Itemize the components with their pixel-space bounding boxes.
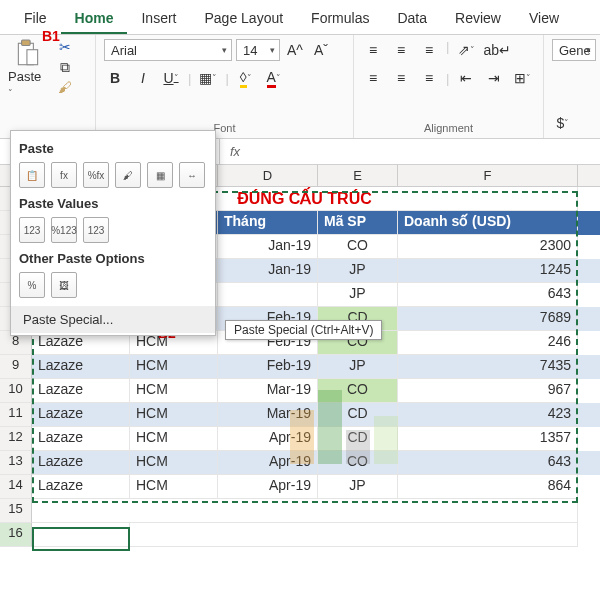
paste-formulas-numfmt-icon[interactable]: %fx [83,162,109,188]
number-format-select[interactable]: Gene [552,39,596,61]
paste-values-icon[interactable]: 123 [19,217,45,243]
increase-indent-icon[interactable]: ⇥ [483,67,505,89]
fx-icon[interactable]: fx [220,144,250,159]
callout-b1: B1 [42,28,60,44]
row-header[interactable]: 11 [0,403,32,427]
paste-menu-h1: Paste [19,141,207,156]
col-header-e[interactable]: E [318,165,398,186]
paste-formatting-icon[interactable]: % [19,272,45,298]
tab-home[interactable]: Home [61,4,128,34]
underline-button[interactable]: U [160,67,182,89]
merge-button[interactable]: ⊞ [511,67,533,89]
font-color-button[interactable]: A [263,67,285,89]
tab-data[interactable]: Data [383,4,441,34]
paste-values-source-icon[interactable]: 123 [83,217,109,243]
orientation-icon[interactable]: ⇗ [455,39,477,61]
tab-page-layout[interactable]: Page Layout [190,4,297,34]
align-right-icon[interactable]: ≡ [418,67,440,89]
borders-button[interactable]: ▦ [197,67,219,89]
group-align-label: Alignment [362,122,535,134]
ribbon: Paste ✂ ⧉ 🖌 Arial 14 A^ Aˇ B I U | ▦ [0,35,600,139]
group-font: Arial 14 A^ Aˇ B I U | ▦ | ◊ A Font [96,35,354,138]
row-header[interactable]: 9 [0,355,32,379]
font-size-select[interactable]: 14 [236,39,280,61]
format-painter-icon[interactable]: 🖌 [57,79,73,95]
italic-button[interactable]: I [132,67,154,89]
paste-dropdown-menu: Paste 📋 fx %fx 🖌 ▦ ↔ Paste Values 123 %1… [10,130,216,336]
col-header-d[interactable]: D [218,165,318,186]
tab-view[interactable]: View [515,4,573,34]
group-alignment: ≡ ≡ ≡ | ⇗ ab↵ ≡ ≡ ≡ | ⇤ ⇥ ⊞ Alignment [354,35,544,138]
table-row[interactable]: 14LazazeHCMApr-19JP864 [0,475,600,499]
tab-review[interactable]: Review [441,4,515,34]
header-f: Doanh số (USD) [398,211,578,235]
paste-menu-h3: Other Paste Options [19,251,207,266]
svg-rect-1 [22,40,31,45]
paste-formulas-icon[interactable]: fx [51,162,77,188]
watermark-icon [290,390,398,464]
paste-special-item[interactable]: Paste Special... [11,306,215,333]
currency-icon[interactable]: $ [552,112,574,134]
row-header[interactable]: 16 [0,523,32,547]
svg-rect-2 [27,50,38,65]
align-top-icon[interactable]: ≡ [362,39,384,61]
paste-button[interactable]: Paste [8,39,48,99]
decrease-indent-icon[interactable]: ⇤ [455,67,477,89]
paste-special-tooltip: Paste Special (Ctrl+Alt+V) [225,320,382,340]
header-e: Mã SP [318,211,398,235]
group-clipboard: Paste ✂ ⧉ 🖌 [0,35,96,138]
paste-keep-source-icon[interactable]: 🖌 [115,162,141,188]
paste-link-icon[interactable]: 🖼 [51,272,77,298]
align-bottom-icon[interactable]: ≡ [418,39,440,61]
group-number: Gene $ [544,35,594,138]
bold-button[interactable]: B [104,67,126,89]
increase-font-icon[interactable]: A^ [284,39,306,61]
tab-formulas[interactable]: Formulas [297,4,383,34]
fill-color-button[interactable]: ◊ [235,67,257,89]
paste-values-numfmt-icon[interactable]: %123 [51,217,77,243]
align-left-icon[interactable]: ≡ [362,67,384,89]
copy-icon[interactable]: ⧉ [57,59,73,75]
paste-no-borders-icon[interactable]: ▦ [147,162,173,188]
row-header[interactable]: 15 [0,499,32,523]
tab-insert[interactable]: Insert [127,4,190,34]
paste-keep-width-icon[interactable]: ↔ [179,162,205,188]
font-name-select[interactable]: Arial [104,39,232,61]
paste-label: Paste [8,69,48,99]
ribbon-tabs: File Home Insert Page Layout Formulas Da… [0,0,600,35]
header-d: Tháng [218,211,318,235]
wrap-text-icon[interactable]: ab↵ [483,39,511,61]
row-header[interactable]: 10 [0,379,32,403]
row-header[interactable]: 14 [0,475,32,499]
row-header[interactable]: 12 [0,427,32,451]
align-middle-icon[interactable]: ≡ [390,39,412,61]
col-header-f[interactable]: F [398,165,578,186]
decrease-font-icon[interactable]: Aˇ [310,39,332,61]
row-header[interactable]: 13 [0,451,32,475]
paste-menu-h2: Paste Values [19,196,207,211]
table-row[interactable]: 9LazazeHCMFeb-19JP7435 [0,355,600,379]
align-center-icon[interactable]: ≡ [390,67,412,89]
paste-icon [15,39,41,69]
paste-all-icon[interactable]: 📋 [19,162,45,188]
